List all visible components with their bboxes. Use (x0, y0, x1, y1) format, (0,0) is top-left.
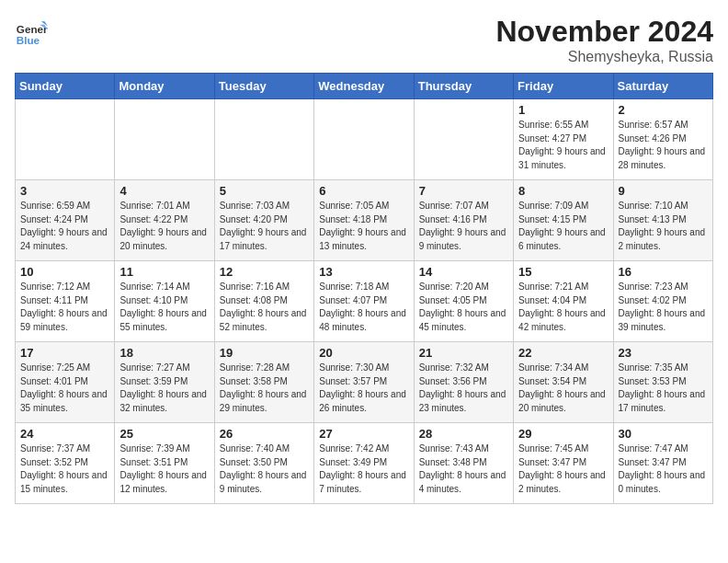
day-info: Sunrise: 6:59 AM Sunset: 4:24 PM Dayligh… (20, 200, 109, 253)
day-info: Sunrise: 6:55 AM Sunset: 4:27 PM Dayligh… (518, 119, 608, 172)
day-info: Sunrise: 7:28 AM Sunset: 3:58 PM Dayligh… (220, 362, 309, 415)
day-header-thursday: Thursday (414, 74, 513, 99)
calendar-cell: 24Sunrise: 7:37 AM Sunset: 3:52 PM Dayli… (16, 423, 115, 504)
calendar-cell (115, 99, 214, 180)
day-number: 22 (518, 346, 608, 360)
day-header-sunday: Sunday (16, 74, 115, 99)
day-number: 17 (20, 346, 109, 360)
calendar-cell: 3Sunrise: 6:59 AM Sunset: 4:24 PM Daylig… (16, 180, 115, 261)
day-number: 25 (119, 427, 209, 441)
calendar-cell: 7Sunrise: 7:07 AM Sunset: 4:16 PM Daylig… (414, 180, 513, 261)
day-number: 1 (518, 103, 608, 117)
day-header-tuesday: Tuesday (214, 74, 313, 99)
day-number: 27 (319, 427, 408, 441)
day-header-friday: Friday (514, 74, 613, 99)
day-number: 26 (220, 427, 309, 441)
day-number: 23 (619, 346, 708, 360)
day-info: Sunrise: 7:01 AM Sunset: 4:22 PM Dayligh… (119, 200, 209, 253)
calendar-cell: 21Sunrise: 7:32 AM Sunset: 3:56 PM Dayli… (414, 342, 513, 423)
day-number: 28 (419, 427, 508, 441)
day-header-wednesday: Wednesday (314, 74, 414, 99)
calendar-cell: 13Sunrise: 7:18 AM Sunset: 4:07 PM Dayli… (314, 261, 414, 342)
day-info: Sunrise: 7:18 AM Sunset: 4:07 PM Dayligh… (319, 281, 408, 334)
calendar-cell: 25Sunrise: 7:39 AM Sunset: 3:51 PM Dayli… (115, 423, 214, 504)
calendar-cell: 30Sunrise: 7:47 AM Sunset: 3:47 PM Dayli… (613, 423, 712, 504)
day-info: Sunrise: 7:14 AM Sunset: 4:10 PM Dayligh… (119, 281, 209, 334)
calendar-cell: 15Sunrise: 7:21 AM Sunset: 4:04 PM Dayli… (514, 261, 613, 342)
day-info: Sunrise: 7:21 AM Sunset: 4:04 PM Dayligh… (518, 281, 608, 334)
day-info: Sunrise: 7:16 AM Sunset: 4:08 PM Dayligh… (220, 281, 309, 334)
day-number: 15 (518, 265, 608, 279)
day-number: 30 (619, 427, 708, 441)
day-number: 2 (619, 103, 708, 117)
month-title: November 2024 (495, 15, 713, 49)
day-number: 12 (220, 265, 309, 279)
day-number: 20 (319, 346, 408, 360)
page-header: General Blue November 2024 Shemysheyka, … (15, 15, 713, 65)
day-number: 13 (319, 265, 408, 279)
day-info: Sunrise: 7:23 AM Sunset: 4:02 PM Dayligh… (619, 281, 708, 334)
calendar-cell (214, 99, 313, 180)
day-info: Sunrise: 7:34 AM Sunset: 3:54 PM Dayligh… (518, 362, 608, 415)
day-info: Sunrise: 7:39 AM Sunset: 3:51 PM Dayligh… (119, 442, 209, 496)
calendar-cell: 9Sunrise: 7:10 AM Sunset: 4:13 PM Daylig… (613, 180, 712, 261)
calendar-cell: 4Sunrise: 7:01 AM Sunset: 4:22 PM Daylig… (115, 180, 214, 261)
day-info: Sunrise: 7:32 AM Sunset: 3:56 PM Dayligh… (419, 362, 508, 415)
logo: General Blue (15, 15, 48, 48)
calendar-cell: 6Sunrise: 7:05 AM Sunset: 4:18 PM Daylig… (314, 180, 414, 261)
calendar-cell: 16Sunrise: 7:23 AM Sunset: 4:02 PM Dayli… (613, 261, 712, 342)
calendar-cell: 18Sunrise: 7:27 AM Sunset: 3:59 PM Dayli… (115, 342, 214, 423)
week-row-3: 10Sunrise: 7:12 AM Sunset: 4:11 PM Dayli… (16, 261, 713, 342)
day-number: 21 (419, 346, 508, 360)
calendar-cell: 14Sunrise: 7:20 AM Sunset: 4:05 PM Dayli… (414, 261, 513, 342)
calendar-cell: 12Sunrise: 7:16 AM Sunset: 4:08 PM Dayli… (214, 261, 313, 342)
calendar-cell: 11Sunrise: 7:14 AM Sunset: 4:10 PM Dayli… (115, 261, 214, 342)
day-number: 3 (20, 184, 109, 198)
day-number: 6 (319, 184, 408, 198)
location-subtitle: Shemysheyka, Russia (495, 49, 713, 65)
day-info: Sunrise: 7:40 AM Sunset: 3:50 PM Dayligh… (220, 442, 309, 496)
day-info: Sunrise: 7:10 AM Sunset: 4:13 PM Dayligh… (619, 200, 708, 253)
title-block: November 2024 Shemysheyka, Russia (495, 15, 713, 65)
calendar-cell: 22Sunrise: 7:34 AM Sunset: 3:54 PM Dayli… (514, 342, 613, 423)
day-info: Sunrise: 7:05 AM Sunset: 4:18 PM Dayligh… (319, 200, 408, 253)
day-info: Sunrise: 7:47 AM Sunset: 3:47 PM Dayligh… (619, 442, 708, 496)
day-info: Sunrise: 6:57 AM Sunset: 4:26 PM Dayligh… (619, 119, 708, 172)
day-number: 9 (619, 184, 708, 198)
day-number: 8 (518, 184, 608, 198)
day-info: Sunrise: 7:07 AM Sunset: 4:16 PM Dayligh… (419, 200, 508, 253)
day-number: 19 (220, 346, 309, 360)
calendar-table: SundayMondayTuesdayWednesdayThursdayFrid… (15, 73, 713, 504)
day-info: Sunrise: 7:20 AM Sunset: 4:05 PM Dayligh… (419, 281, 508, 334)
week-row-4: 17Sunrise: 7:25 AM Sunset: 4:01 PM Dayli… (16, 342, 713, 423)
week-row-1: 1Sunrise: 6:55 AM Sunset: 4:27 PM Daylig… (16, 99, 713, 180)
day-number: 11 (119, 265, 209, 279)
day-number: 29 (518, 427, 608, 441)
day-info: Sunrise: 7:25 AM Sunset: 4:01 PM Dayligh… (20, 362, 109, 415)
calendar-header: SundayMondayTuesdayWednesdayThursdayFrid… (16, 74, 713, 99)
calendar-cell: 28Sunrise: 7:43 AM Sunset: 3:48 PM Dayli… (414, 423, 513, 504)
calendar-cell: 2Sunrise: 6:57 AM Sunset: 4:26 PM Daylig… (613, 99, 712, 180)
calendar-cell: 17Sunrise: 7:25 AM Sunset: 4:01 PM Dayli… (16, 342, 115, 423)
svg-text:Blue: Blue (17, 34, 40, 46)
calendar-cell: 29Sunrise: 7:45 AM Sunset: 3:47 PM Dayli… (514, 423, 613, 504)
week-row-5: 24Sunrise: 7:37 AM Sunset: 3:52 PM Dayli… (16, 423, 713, 504)
day-number: 10 (20, 265, 109, 279)
day-info: Sunrise: 7:37 AM Sunset: 3:52 PM Dayligh… (20, 442, 109, 496)
day-header-saturday: Saturday (613, 74, 712, 99)
day-number: 4 (119, 184, 209, 198)
day-info: Sunrise: 7:09 AM Sunset: 4:15 PM Dayligh… (518, 200, 608, 253)
day-number: 14 (419, 265, 508, 279)
day-number: 16 (619, 265, 708, 279)
calendar-cell: 23Sunrise: 7:35 AM Sunset: 3:53 PM Dayli… (613, 342, 712, 423)
day-info: Sunrise: 7:12 AM Sunset: 4:11 PM Dayligh… (20, 281, 109, 334)
week-row-2: 3Sunrise: 6:59 AM Sunset: 4:24 PM Daylig… (16, 180, 713, 261)
day-number: 7 (419, 184, 508, 198)
calendar-cell (414, 99, 513, 180)
day-number: 24 (20, 427, 109, 441)
calendar-cell: 5Sunrise: 7:03 AM Sunset: 4:20 PM Daylig… (214, 180, 313, 261)
calendar-cell (16, 99, 115, 180)
logo-icon: General Blue (15, 15, 48, 48)
day-number: 18 (119, 346, 209, 360)
day-number: 5 (220, 184, 309, 198)
